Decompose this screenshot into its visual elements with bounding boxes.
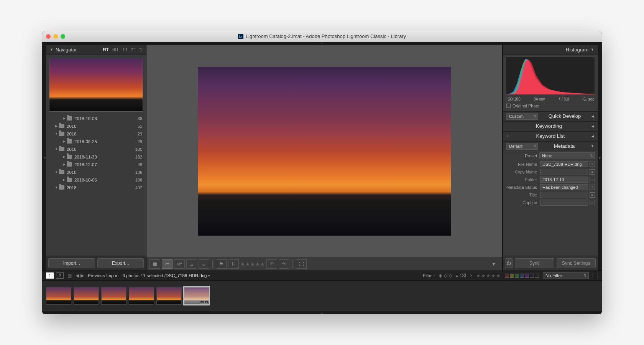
quick-develop-header[interactable]: Custom Quick Develop ◀	[503, 111, 598, 121]
checkbox-icon[interactable]	[506, 104, 511, 108]
folder-row[interactable]: ▼2018180	[46, 145, 146, 153]
metadata-action-icon[interactable]: ≡	[590, 162, 595, 167]
grid-icon[interactable]: ▦	[67, 273, 72, 278]
source-breadcrumb[interactable]: Previous Import	[88, 273, 119, 278]
compare-view-button[interactable]: X|Y	[174, 259, 185, 269]
metadata-value[interactable]	[540, 192, 588, 198]
folder-row[interactable]: ▶2018-10-06138	[46, 176, 146, 184]
rating-stars[interactable]: ★★★★★	[240, 261, 265, 267]
color-green[interactable]	[515, 274, 519, 278]
zoom-fit-button[interactable]: ⛶	[296, 259, 307, 269]
color-red[interactable]	[505, 274, 509, 278]
color-purple[interactable]	[525, 274, 529, 278]
left-collapse-handle[interactable]	[42, 45, 46, 271]
histogram-chart[interactable]	[506, 56, 595, 95]
disclosure-icon[interactable]: ▶	[61, 140, 67, 143]
rotate-ccw-button[interactable]: ↶	[266, 259, 277, 269]
disclosure-icon[interactable]: ▶	[61, 178, 67, 182]
zoom-fit[interactable]: FIT	[103, 48, 108, 52]
display-2-button[interactable]: 2	[56, 272, 64, 279]
zoom-2-1[interactable]: 2:1	[131, 48, 136, 52]
histogram-header[interactable]: Histogram ▼	[503, 45, 598, 55]
folder-row[interactable]: ▶2018-09-2529	[46, 138, 146, 145]
metadata-value[interactable]	[540, 169, 588, 175]
sync-settings-button[interactable]: Sync Settings	[557, 258, 596, 268]
metadata-action-icon[interactable]: ≡	[590, 192, 595, 198]
people-view-button[interactable]: ☺	[199, 259, 209, 269]
folder-row[interactable]: ▼2018138	[46, 168, 146, 176]
add-keyword-button[interactable]: +	[506, 133, 509, 139]
grid-view-button[interactable]: ▦	[150, 259, 160, 269]
forward-button[interactable]: ▶	[80, 273, 84, 278]
rotate-cw-button[interactable]: ↷	[279, 259, 289, 269]
filmstrip-thumb[interactable]	[101, 287, 127, 305]
color-custom[interactable]	[535, 274, 539, 278]
flag-filter-icon[interactable]: ◈ ◇ ◇	[439, 273, 452, 278]
filmstrip-thumb[interactable]	[74, 287, 99, 305]
loupe-view-button[interactable]: ▭	[162, 259, 172, 269]
bottom-collapse-handle[interactable]	[42, 311, 602, 314]
filmstrip-thumb[interactable]	[156, 287, 182, 305]
navigator-header[interactable]: ▼ Navigator FIT FILL 1:1 2:1 ⇅	[46, 45, 146, 55]
metadata-set-select[interactable]: Default	[506, 143, 538, 150]
disclosure-icon[interactable]: ▼	[54, 170, 59, 174]
loupe-view[interactable]	[146, 45, 502, 258]
zoom-1-1[interactable]: 1:1	[122, 48, 128, 52]
keyword-list-header[interactable]: + Keyword List ◀	[503, 131, 598, 141]
metadata-value[interactable]	[540, 200, 588, 206]
filmstrip-thumb[interactable]: ▭✎	[184, 287, 209, 305]
metadata-action-icon[interactable]: ≡	[590, 185, 595, 190]
minimize-button[interactable]	[53, 34, 58, 39]
attribute-filter-icon[interactable]: ≡ ⌫	[456, 273, 466, 278]
folder-row[interactable]: ▶2018-12-0748	[46, 161, 146, 168]
folder-row[interactable]: ▶201851	[46, 122, 146, 130]
disclosure-icon[interactable]: ▶	[54, 124, 59, 128]
folder-row[interactable]: ▼201829	[46, 130, 146, 138]
metadata-value[interactable]: Has been changed	[540, 184, 588, 190]
quick-develop-preset-select[interactable]: Custom	[506, 113, 538, 120]
right-collapse-handle[interactable]	[598, 45, 602, 271]
metadata-value[interactable]: DSC_7188-HDR.dng	[540, 161, 588, 167]
toolbar-menu-button[interactable]: ▾	[488, 259, 499, 269]
import-button[interactable]: Import...	[48, 258, 95, 268]
selection-breadcrumb[interactable]: 6 photos / 1 selected /DSC_7188-HDR.dng …	[123, 273, 210, 278]
keywording-header[interactable]: Keywording ◀	[503, 121, 598, 131]
metadata-value[interactable]: 2018-12-10	[540, 177, 588, 183]
flag-reject-button[interactable]: ⚐	[228, 259, 239, 269]
metadata-action-icon[interactable]: ≡	[590, 169, 595, 175]
rating-filter[interactable]: ★★★★★	[476, 273, 501, 279]
top-collapse-handle[interactable]	[42, 42, 602, 45]
navigator-preview[interactable]	[49, 58, 143, 112]
display-1-button[interactable]: 1	[46, 272, 54, 279]
maximize-button[interactable]	[61, 34, 65, 39]
flag-pick-button[interactable]: ⚑	[216, 259, 227, 269]
color-yellow[interactable]	[510, 274, 514, 278]
survey-view-button[interactable]: ☷	[186, 259, 197, 269]
back-button[interactable]: ◀	[76, 273, 79, 278]
zoom-more-icon[interactable]: ⇅	[139, 48, 142, 52]
disclosure-icon[interactable]: ▼	[54, 147, 59, 151]
export-button[interactable]: Export...	[97, 258, 144, 268]
folder-row[interactable]: ▶2018-10-0836	[46, 115, 146, 122]
metadata-action-icon[interactable]: ≡	[590, 200, 595, 205]
sync-button[interactable]: Sync	[515, 258, 554, 268]
filter-preset-select[interactable]: No Filter	[543, 272, 589, 279]
disclosure-icon[interactable]: ▶	[61, 117, 67, 120]
color-blue[interactable]	[520, 274, 524, 278]
disclosure-icon[interactable]: ▼	[54, 132, 59, 135]
close-button[interactable]	[46, 34, 51, 39]
filter-lock-icon[interactable]	[593, 273, 598, 278]
disclosure-icon[interactable]: ▶	[61, 163, 67, 166]
filmstrip-thumb[interactable]	[129, 287, 154, 305]
metadata-preset-select[interactable]: None	[539, 152, 595, 159]
color-none[interactable]	[530, 274, 534, 278]
disclosure-icon[interactable]: ▼	[54, 186, 59, 189]
disclosure-icon[interactable]: ▶	[61, 155, 67, 158]
rating-comparator-icon[interactable]: ≥	[470, 273, 472, 278]
metadata-action-icon[interactable]: ≡	[590, 177, 595, 182]
sync-switch-icon[interactable]: ⏻	[505, 258, 513, 268]
zoom-fill[interactable]: FILL	[112, 48, 119, 52]
filmstrip-thumb[interactable]	[46, 287, 71, 305]
filmstrip[interactable]: ▭✎	[42, 281, 602, 311]
metadata-header[interactable]: Default Metadata ▼	[503, 141, 598, 151]
